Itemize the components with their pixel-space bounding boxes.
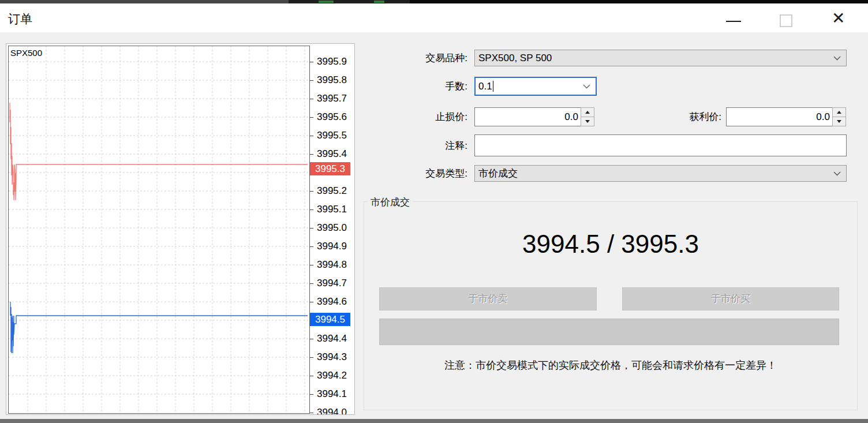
price-scale-label: 3994.8 xyxy=(310,257,347,272)
arrow-down-icon xyxy=(585,120,590,123)
execution-note: 注意：市价交易模式下的实际成交价格，可能会和请求价格有一定差异！ xyxy=(364,358,857,372)
market-execution-group: 市价成交 3994.5 / 3995.3 于市价卖 于市价买 注意：市价交易模式… xyxy=(364,201,858,410)
chevron-down-icon xyxy=(833,56,841,61)
window-title: 订单 xyxy=(8,11,32,27)
price-scale-label: 3994.2 xyxy=(310,368,347,383)
buy-by-market-button[interactable]: 于市价买 xyxy=(622,287,839,310)
disabled-status-bar xyxy=(379,319,839,345)
symbol-label: 交易品种: xyxy=(364,51,467,66)
text-caret xyxy=(493,81,493,92)
price-scale-label: 3995.8 xyxy=(310,73,347,88)
bid-price-badge: 3994.5 xyxy=(310,313,350,326)
volume-combobox[interactable]: 0.1 xyxy=(474,77,597,96)
comment-label: 注释: xyxy=(364,138,467,154)
price-scale-label: 3995.2 xyxy=(310,184,347,199)
price-scale-label: 3995.6 xyxy=(310,110,347,125)
price-scale-label: 3995.4 xyxy=(310,147,347,162)
maximize-icon xyxy=(780,14,792,27)
chevron-down-icon xyxy=(583,84,590,89)
order-type-select[interactable]: 市价成交 xyxy=(474,165,847,182)
price-scale-label: 3994.0 xyxy=(310,405,347,414)
tick-chart-plot xyxy=(9,46,308,412)
take-profit-spinner xyxy=(832,107,846,126)
spin-up-button[interactable] xyxy=(832,107,846,117)
volume-value: 0.1 xyxy=(478,81,492,92)
ask-price-badge: 3995.3 xyxy=(310,162,350,175)
price-scale-label: 3994.6 xyxy=(310,294,347,309)
price-scale-label: 3995.0 xyxy=(310,220,347,235)
take-profit-input[interactable]: 0.0 xyxy=(726,107,833,126)
price-scale-label: 3994.3 xyxy=(310,350,347,365)
price-scale-label: 3994.7 xyxy=(310,276,347,291)
chart-symbol-label: SPX500 xyxy=(10,48,42,58)
price-scale-label: 3994.4 xyxy=(310,331,347,346)
sell-by-market-button[interactable]: 于市价卖 xyxy=(379,287,597,310)
price-scale-label: 3994.1 xyxy=(310,387,347,402)
symbol-select[interactable]: SPX500, SP 500 xyxy=(474,50,847,66)
arrow-up-icon xyxy=(837,111,841,114)
order-type-value: 市价成交 xyxy=(478,168,518,179)
price-scale-label: 3995.1 xyxy=(310,202,347,217)
symbol-select-value: SPX500, SP 500 xyxy=(478,53,552,63)
price-scale-label: 3995.5 xyxy=(310,128,347,143)
order-type-label: 交易类型: xyxy=(364,166,467,181)
stop-loss-spinner xyxy=(581,107,594,126)
bid-ask-quote: 3994.5 / 3995.3 xyxy=(364,230,857,259)
arrow-up-icon xyxy=(585,111,590,114)
arrow-down-icon xyxy=(837,120,841,123)
chevron-down-icon xyxy=(833,171,841,176)
stop-loss-input[interactable]: 0.0 xyxy=(474,107,581,126)
price-scale: 3995.93995.83995.73995.63995.53995.43995… xyxy=(310,44,354,414)
price-scale-label: 3994.9 xyxy=(310,239,347,254)
price-scale-label: 3995.7 xyxy=(310,91,347,106)
spin-up-button[interactable] xyxy=(581,107,594,117)
close-icon[interactable]: ✕ xyxy=(832,9,845,28)
volume-label: 手数: xyxy=(364,79,467,94)
title-bar: 订单 ✕ xyxy=(0,3,868,32)
minimize-icon[interactable] xyxy=(726,21,741,22)
stop-loss-label: 止损价: xyxy=(364,110,467,125)
order-dialog-window: 订单 ✕ SPX500 3995.93995.83995.73995.63995… xyxy=(0,0,868,423)
take-profit-label: 获利价: xyxy=(618,110,721,125)
tick-chart-area: SPX500 xyxy=(8,46,310,414)
tick-chart-panel: SPX500 3995.93995.83995.73995.63995.5399… xyxy=(6,44,354,414)
window-bottom-edge xyxy=(0,419,868,423)
group-title: 市价成交 xyxy=(368,196,413,209)
price-scale-label: 3995.9 xyxy=(310,54,347,69)
spin-down-button[interactable] xyxy=(581,117,594,126)
comment-input[interactable] xyxy=(474,134,847,156)
spin-down-button[interactable] xyxy=(832,117,846,126)
